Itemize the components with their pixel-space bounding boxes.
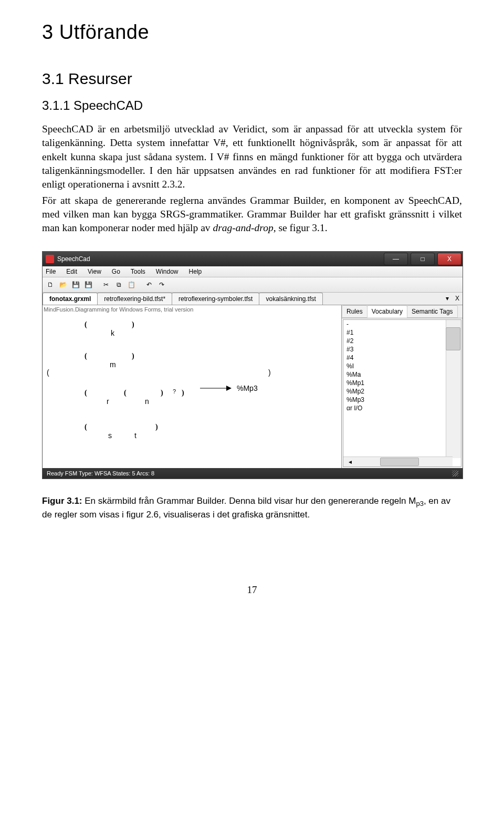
subsection-heading: 3.1.1 SpeechCAD <box>42 98 462 113</box>
app-icon <box>46 255 54 263</box>
menu-view[interactable]: View <box>88 268 101 275</box>
arrow-icon <box>200 384 232 394</box>
speechcad-window: SpeechCad — □ X File Edit View Go Tools … <box>42 251 463 479</box>
scrollbar-vertical[interactable] <box>446 320 461 458</box>
toolbar: 🗋 📂 💾 💾 ✂ ⧉ 📋 ↶ ↷ <box>43 277 463 293</box>
save-icon[interactable]: 💾 <box>70 279 81 291</box>
list-item[interactable]: %I <box>343 362 461 370</box>
list-item[interactable]: #1 <box>343 328 461 337</box>
list-item[interactable]: %Mp1 <box>343 379 461 387</box>
chapter-heading: 3 Utförande <box>42 21 462 44</box>
save-all-icon[interactable]: 💾 <box>82 279 94 291</box>
menubar: File Edit View Go Tools Window Help <box>43 266 463 277</box>
paren-close: ) <box>268 368 271 377</box>
list-item[interactable]: %Ma <box>343 370 461 379</box>
scrollbar-thumb[interactable] <box>446 327 460 350</box>
paren-close: ) <box>132 321 134 328</box>
trial-watermark: MindFusion.Diagramming for Windows Forms… <box>44 306 193 313</box>
new-file-icon[interactable]: 🗋 <box>45 279 56 291</box>
figure-3-1: SpeechCad — □ X File Edit View Go Tools … <box>42 251 462 521</box>
list-item[interactable]: #4 <box>343 354 461 362</box>
tab-retroflexering-bild[interactable]: retroflexering-bild.tfst* <box>97 293 172 305</box>
cut-icon[interactable]: ✂ <box>100 279 112 291</box>
list-item[interactable]: %Mp2 <box>343 387 461 396</box>
body-paragraph-2: För att skapa de genererande reglerna an… <box>42 194 462 235</box>
paren-close: ) <box>161 389 163 397</box>
resize-grip-icon[interactable] <box>452 470 458 476</box>
paren-open: ( <box>85 389 87 397</box>
status-text: Ready FSM Type: WFSA States: 5 Arcs: 8 <box>47 470 154 476</box>
paren-close: ) <box>155 423 158 431</box>
scrollbar-horizontal[interactable]: ◂ <box>343 457 453 466</box>
paren-open: ( <box>85 321 87 328</box>
sidetab-vocabulary[interactable]: Vocabulary <box>367 305 407 318</box>
maximize-button[interactable]: □ <box>411 253 435 265</box>
list-item[interactable]: #3 <box>343 345 461 354</box>
menu-edit[interactable]: Edit <box>66 268 77 275</box>
caption-label: Figur 3.1: <box>42 496 82 506</box>
symbol-t: t <box>134 431 136 440</box>
section-heading: 3.1 Resurser <box>42 70 462 88</box>
tab-retroflexering-symboler[interactable]: retroflexering-symboler.tfst <box>172 293 259 305</box>
paren-open: ( <box>85 423 87 431</box>
sidetab-rules[interactable]: Rules <box>342 305 368 318</box>
sidetab-semantic-tags[interactable]: Semantic Tags <box>407 305 458 318</box>
list-item[interactable]: αr I/O <box>343 404 461 412</box>
symbol-m: m <box>110 360 116 369</box>
menu-help[interactable]: Help <box>189 268 202 275</box>
open-file-icon[interactable]: 📂 <box>57 279 69 291</box>
list-item[interactable]: %Mp3 <box>343 396 461 404</box>
symbol-s: s <box>108 431 112 440</box>
list-item[interactable]: #2 <box>343 337 461 345</box>
paren-close: ) <box>182 389 184 397</box>
paste-icon[interactable]: 📋 <box>125 279 137 291</box>
vocabulary-list[interactable]: - #1 #2 #3 #4 %I %Ma %Mp1 %Mp2 %Mp3 αr I… <box>343 319 461 467</box>
grammar-canvas[interactable]: MindFusion.Diagramming for Windows Forms… <box>43 305 342 468</box>
copy-icon[interactable]: ⧉ <box>113 279 124 291</box>
symbol-n: n <box>145 397 149 406</box>
menu-window[interactable]: Window <box>156 268 178 275</box>
tab-vokalsankning[interactable]: vokalsänkning.tfst <box>259 293 322 305</box>
body-paragraph-1: SpeechCAD är en arbetsmiljö utvecklad av… <box>42 122 462 192</box>
document-tabstrip: fonotax.grxml retroflexering-bild.tfst* … <box>43 293 463 305</box>
scrollbar-thumb[interactable] <box>380 458 419 466</box>
paren-open: ( <box>85 352 87 360</box>
redo-icon[interactable]: ↷ <box>156 279 167 291</box>
paren-close: ) <box>132 352 134 360</box>
quantifier: ? <box>173 388 176 395</box>
paren-open: ( <box>124 389 127 397</box>
svg-marker-1 <box>226 386 232 391</box>
list-item[interactable]: - <box>343 320 461 328</box>
tab-close-icon[interactable]: X <box>452 295 463 302</box>
symbol-k: k <box>111 329 114 337</box>
rule-label: %Mp3 <box>237 384 258 392</box>
minimize-button[interactable]: — <box>384 253 408 265</box>
paren-open: ( <box>47 368 49 377</box>
menu-go[interactable]: Go <box>112 268 120 275</box>
menu-tools[interactable]: Tools <box>131 268 145 275</box>
window-title: SpeechCad <box>57 255 382 263</box>
tab-fonotax[interactable]: fonotax.grxml <box>43 293 98 305</box>
page-number: 17 <box>42 584 462 596</box>
tab-dropdown-icon[interactable]: ▾ <box>443 295 452 302</box>
symbol-r: r <box>107 397 109 406</box>
undo-icon[interactable]: ↶ <box>143 279 155 291</box>
window-titlebar: SpeechCad — □ X <box>43 252 463 266</box>
close-button[interactable]: X <box>437 253 461 265</box>
figure-caption: Figur 3.1: En skärmbild från Grammar Bui… <box>42 495 462 521</box>
side-panel: Rules Vocabulary Semantic Tags - #1 #2 #… <box>342 305 463 468</box>
menu-file[interactable]: File <box>46 268 56 275</box>
status-bar: Ready FSM Type: WFSA States: 5 Arcs: 8 <box>43 468 463 479</box>
